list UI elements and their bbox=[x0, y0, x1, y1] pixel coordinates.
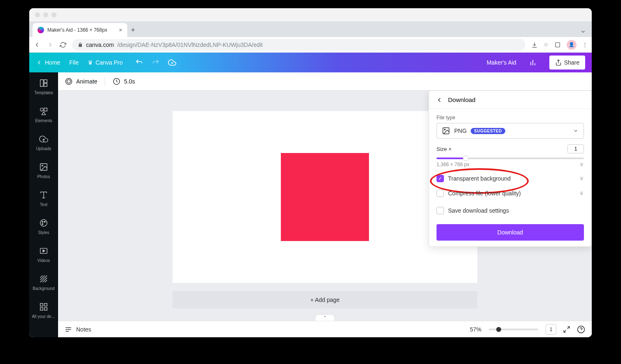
checkbox-icon[interactable] bbox=[437, 207, 444, 214]
traffic-light-min[interactable] bbox=[43, 12, 48, 17]
workspace: Animate 5.0s + Add page bbox=[58, 72, 592, 337]
cloud-save-icon[interactable] bbox=[168, 58, 176, 67]
url-path: /design/DAE-NzV3p8A/01NVlNzdedLNP-KUWju3… bbox=[117, 42, 263, 48]
canvas-area[interactable]: + Add page Download File type PNG bbox=[58, 90, 592, 321]
menu-icon[interactable]: ⋮ bbox=[582, 42, 588, 48]
undo-icon[interactable] bbox=[135, 58, 143, 67]
slider-fill bbox=[437, 158, 466, 159]
crown-icon: ♛ bbox=[579, 190, 584, 196]
slider-thumb[interactable] bbox=[463, 155, 469, 161]
size-slider[interactable] bbox=[437, 158, 584, 159]
notes-icon[interactable] bbox=[65, 326, 72, 333]
profile-avatar[interactable]: 👤 bbox=[567, 40, 577, 50]
nav-back-icon[interactable] bbox=[33, 41, 41, 49]
animate-button[interactable]: Animate bbox=[65, 77, 97, 86]
file-menu[interactable]: File bbox=[69, 59, 79, 66]
fullscreen-icon[interactable] bbox=[563, 326, 570, 333]
notes-button[interactable]: Notes bbox=[76, 326, 91, 333]
share-icon bbox=[555, 59, 562, 66]
save-settings-option[interactable]: Save download settings bbox=[437, 207, 584, 214]
back-home[interactable]: Home bbox=[36, 59, 60, 66]
address-bar: canva.com/design/DAE-NzV3p8A/01NVlNzdedL… bbox=[29, 37, 592, 53]
help-icon[interactable] bbox=[577, 325, 585, 334]
uploads-icon bbox=[39, 134, 49, 144]
divider bbox=[105, 77, 105, 86]
svg-rect-25 bbox=[40, 303, 43, 306]
svg-line-38 bbox=[564, 330, 566, 332]
svg-point-30 bbox=[67, 79, 70, 83]
sidebar-label: Styles bbox=[38, 230, 49, 235]
suggested-badge: SUGGESTED bbox=[471, 128, 505, 134]
traffic-light-max[interactable] bbox=[51, 12, 56, 17]
sidebar-item-text[interactable]: Text bbox=[29, 184, 58, 212]
zoom-thumb[interactable] bbox=[496, 327, 501, 332]
checkbox-checked-icon[interactable]: ✓ bbox=[437, 175, 444, 182]
new-tab-button[interactable]: + bbox=[127, 26, 139, 37]
transparent-bg-option[interactable]: ✓ Transparent background ♛ bbox=[437, 175, 584, 182]
animate-label: Animate bbox=[76, 78, 97, 85]
tab-title: Maker's Aid - 1366 × 768px bbox=[47, 27, 107, 33]
clock-icon bbox=[112, 77, 121, 86]
duration-label: 5.0s bbox=[124, 78, 135, 85]
svg-point-14 bbox=[40, 219, 47, 226]
download-button-label: Download bbox=[497, 229, 523, 236]
text-icon bbox=[39, 190, 49, 200]
size-input[interactable] bbox=[567, 144, 584, 153]
reload-icon[interactable] bbox=[60, 42, 66, 48]
download-button[interactable]: Download bbox=[437, 224, 584, 241]
pro-label: Canva Pro bbox=[96, 59, 123, 66]
add-page-button[interactable]: + Add page bbox=[173, 291, 477, 308]
download-panel: Download File type PNG SUGGESTED bbox=[429, 90, 592, 247]
sidebar-label: All your de… bbox=[32, 314, 55, 319]
svg-rect-27 bbox=[40, 307, 43, 310]
tabs-dropdown-icon[interactable] bbox=[580, 29, 592, 37]
svg-rect-0 bbox=[556, 42, 560, 47]
designs-icon bbox=[39, 302, 49, 312]
extensions-icon[interactable] bbox=[554, 42, 561, 48]
sidebar-item-photos[interactable]: Photos bbox=[29, 156, 58, 184]
sidebar-item-videos[interactable]: Videos bbox=[29, 240, 58, 268]
sidebar-item-all-designs[interactable]: All your de… bbox=[29, 296, 58, 324]
zoom-slider[interactable] bbox=[489, 329, 538, 330]
canva-pro-button[interactable]: ♛ Canva Pro bbox=[88, 59, 123, 66]
svg-rect-28 bbox=[44, 307, 47, 310]
file-type-label: File type bbox=[437, 115, 584, 121]
checkbox-icon[interactable] bbox=[437, 190, 444, 197]
close-tab-icon[interactable]: × bbox=[119, 27, 122, 33]
file-type-select[interactable]: PNG SUGGESTED bbox=[437, 123, 584, 139]
share-button[interactable]: Share bbox=[549, 56, 585, 70]
download-panel-header: Download bbox=[429, 91, 591, 109]
browser-tab[interactable]: Maker's Aid - 1366 × 768px × bbox=[33, 23, 127, 37]
page-drawer-toggle[interactable]: ⌃ bbox=[315, 314, 335, 321]
sidebar-item-styles[interactable]: Styles bbox=[29, 212, 58, 240]
compress-option[interactable]: Compress file (lower quality) ♛ bbox=[437, 190, 584, 197]
svg-line-20 bbox=[40, 275, 43, 278]
sidebar-item-uploads[interactable]: Uploads bbox=[29, 128, 58, 156]
svg-line-23 bbox=[42, 278, 47, 282]
sidebar-item-templates[interactable]: Templates bbox=[29, 72, 58, 100]
install-icon[interactable] bbox=[531, 42, 538, 48]
videos-icon bbox=[39, 246, 49, 256]
project-name[interactable]: Maker's Aid bbox=[487, 59, 516, 66]
zoom-value[interactable]: 57% bbox=[470, 326, 481, 333]
page-count-button[interactable]: 1 bbox=[546, 324, 556, 335]
dimensions-text: 1,366 × 768 px bbox=[437, 162, 469, 167]
back-icon[interactable] bbox=[436, 96, 443, 104]
svg-point-15 bbox=[42, 221, 43, 222]
bookmark-icon[interactable]: ☆ bbox=[544, 42, 549, 48]
save-settings-label: Save download settings bbox=[448, 207, 509, 214]
duration-button[interactable]: 5.0s bbox=[112, 77, 135, 86]
sidebar-label: Background bbox=[33, 286, 54, 291]
url-field[interactable]: canva.com/design/DAE-NzV3p8A/01NVlNzdedL… bbox=[72, 39, 525, 51]
chevron-down-icon bbox=[573, 128, 579, 134]
insights-icon[interactable] bbox=[529, 58, 537, 67]
traffic-light-close[interactable] bbox=[35, 12, 40, 17]
sidebar-label: Uploads bbox=[36, 146, 51, 151]
sidebar-item-elements[interactable]: Elements bbox=[29, 100, 58, 128]
sidebar-item-background[interactable]: Background bbox=[29, 268, 58, 296]
elements-icon bbox=[39, 106, 49, 116]
footer-bar: Notes 57% 1 bbox=[58, 321, 592, 337]
redo-icon[interactable] bbox=[152, 58, 160, 67]
red-square-element[interactable] bbox=[281, 153, 369, 241]
svg-rect-5 bbox=[44, 79, 47, 82]
